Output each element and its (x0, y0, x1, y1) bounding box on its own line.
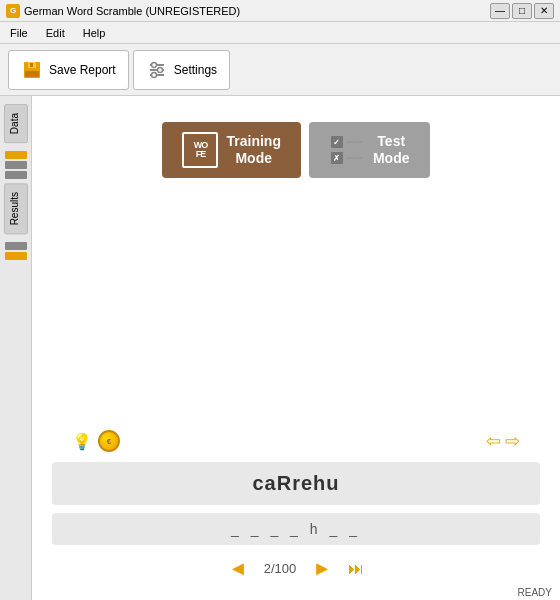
swap-left-icon[interactable]: ⇦ (486, 430, 501, 452)
mode-buttons: WOFE Training Mode ✓ ✗ (162, 122, 429, 178)
swap-right-icon[interactable]: ⇨ (505, 430, 520, 452)
sidebar-tab-results[interactable]: Results (4, 183, 28, 234)
hint-icons: 💡 € (72, 430, 120, 452)
settings-label: Settings (174, 63, 217, 77)
wf-logo: WOFE (182, 132, 218, 168)
test-mode-icon: ✓ ✗ (329, 132, 365, 168)
sidebar-icon-5 (5, 252, 27, 260)
next-arrow-icon: ► (312, 557, 332, 579)
title-bar-left: G German Word Scramble (UNREGISTERED) (6, 4, 240, 18)
settings-button[interactable]: Settings (133, 50, 230, 90)
training-mode-text: Training Mode (226, 133, 280, 167)
sidebar-icon-2 (5, 161, 27, 169)
dash-1 (346, 141, 362, 143)
page-indicator: 2/100 (264, 561, 297, 576)
status-text: READY (518, 587, 552, 598)
svg-point-7 (151, 62, 156, 67)
checkbox-1: ✓ (331, 136, 343, 148)
menu-edit[interactable]: Edit (42, 25, 69, 41)
save-icon (21, 59, 43, 81)
window-title: German Word Scramble (UNREGISTERED) (24, 5, 240, 17)
svg-point-8 (157, 67, 162, 72)
skip-button[interactable]: ⏭ (348, 560, 364, 578)
skip-icon: ⏭ (348, 560, 364, 577)
icons-row: 💡 € ⇦ ⇨ (52, 430, 540, 452)
swap-arrows: ⇦ ⇨ (486, 430, 520, 452)
test-mode-text: Test Mode (373, 133, 410, 167)
test-icon-line2: ✗ (331, 152, 363, 164)
test-mode-button[interactable]: ✓ ✗ Test Mode (309, 122, 430, 178)
checkbox-2: ✗ (331, 152, 343, 164)
settings-icon (146, 59, 168, 81)
sidebar: Data Results (0, 96, 32, 600)
title-controls: — □ ✕ (490, 3, 554, 19)
training-label-line2: Mode (235, 150, 272, 167)
word-display: caRrehu (52, 462, 540, 505)
pattern-display: _ _ _ _ h _ _ (52, 513, 540, 545)
menu-file[interactable]: File (6, 25, 32, 41)
test-icon-graphic: ✓ ✗ (331, 134, 363, 166)
sidebar-icons (5, 151, 27, 179)
prev-arrow-icon: ◄ (228, 557, 248, 579)
training-mode-button[interactable]: WOFE Training Mode (162, 122, 300, 178)
minimize-button[interactable]: — (490, 3, 510, 19)
sidebar-icon-3 (5, 171, 27, 179)
next-button[interactable]: ► (312, 557, 332, 580)
test-icon-line1: ✓ (331, 136, 363, 148)
coin-icon[interactable]: € (98, 430, 120, 452)
close-button[interactable]: ✕ (534, 3, 554, 19)
save-report-button[interactable]: Save Report (8, 50, 129, 90)
sidebar-result-icons (5, 242, 27, 260)
menu-bar: File Edit Help (0, 22, 560, 44)
svg-rect-3 (30, 63, 33, 67)
activity-area: 💡 € ⇦ ⇨ caRrehu _ _ _ _ h _ _ (32, 430, 560, 600)
training-mode-icon: WOFE (182, 132, 218, 168)
toolbar: Save Report Settings (0, 44, 560, 96)
scrambled-word: caRrehu (252, 472, 339, 494)
svg-rect-2 (25, 71, 39, 77)
sidebar-icon-4 (5, 242, 27, 250)
sidebar-tab-data[interactable]: Data (4, 104, 28, 143)
status-bar: READY (510, 585, 560, 600)
nav-row: ◄ 2/100 ► ⏭ (228, 557, 364, 580)
prev-button[interactable]: ◄ (228, 557, 248, 580)
maximize-button[interactable]: □ (512, 3, 532, 19)
sidebar-icon-1 (5, 151, 27, 159)
menu-help[interactable]: Help (79, 25, 110, 41)
training-label-line1: Training (226, 133, 280, 150)
test-label-line1: Test (377, 133, 405, 150)
coin-label: € (107, 437, 111, 446)
app-icon: G (6, 4, 20, 18)
dash-2 (346, 157, 362, 159)
content-area: WOFE Training Mode ✓ ✗ (32, 96, 560, 600)
save-report-label: Save Report (49, 63, 116, 77)
svg-point-9 (151, 72, 156, 77)
test-label-line2: Mode (373, 150, 410, 167)
lightbulb-icon: 💡 (72, 432, 92, 451)
main-area: Data Results WOFE Training Mode (0, 96, 560, 600)
title-bar: G German Word Scramble (UNREGISTERED) — … (0, 0, 560, 22)
word-pattern: _ _ _ _ h _ _ (231, 521, 361, 537)
